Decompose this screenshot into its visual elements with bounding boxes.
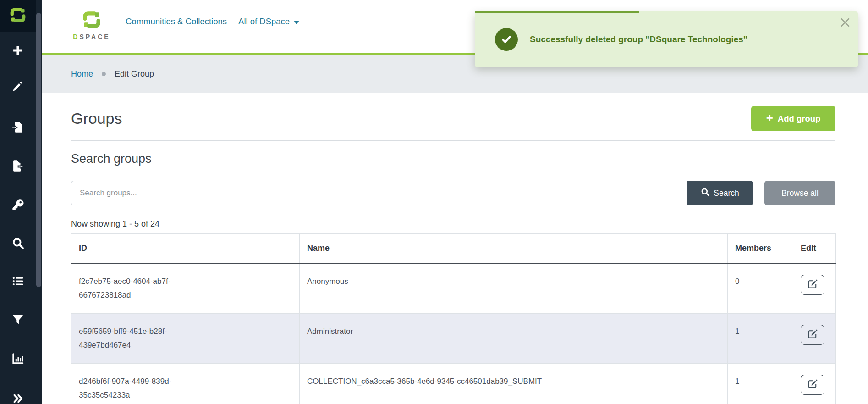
- group-id-cell: f2c7eb75-aec0-4604-ab7f-6676723818ad: [71, 263, 300, 314]
- divider: [71, 174, 835, 174]
- browse-all-button[interactable]: Browse all: [764, 181, 835, 205]
- search-icon[interactable]: [11, 237, 24, 249]
- brand-wordmark: DSPACE: [71, 33, 112, 40]
- dspace-logo-icon: [9, 6, 27, 26]
- group-members-cell: 0: [728, 263, 793, 314]
- add-group-button[interactable]: + Add group: [751, 106, 835, 131]
- edit-group-button[interactable]: [801, 325, 824, 345]
- search-button[interactable]: Search: [687, 181, 753, 205]
- breadcrumb-current: Edit Group: [115, 69, 154, 79]
- breadcrumb-separator: [102, 72, 106, 76]
- export-file-icon[interactable]: [11, 160, 24, 172]
- success-toast: Successfully deleted group "DSquare Tech…: [475, 11, 858, 67]
- group-id-cell: e59f5659-bff9-451e-b28f-439e7bd467e4: [71, 314, 300, 364]
- main-content: Groups + Add group Search groups Search …: [42, 93, 868, 404]
- col-header-id: ID: [71, 234, 300, 264]
- import-file-icon[interactable]: [11, 121, 24, 133]
- group-edit-cell: [793, 263, 836, 314]
- toast-progress-bar: [475, 11, 639, 13]
- col-header-members: Members: [728, 234, 793, 264]
- divider: [71, 140, 835, 141]
- edit-pencil-icon[interactable]: [11, 81, 24, 94]
- group-id-cell: d246bf6f-907a-4499-839d-35c35c54233a: [71, 364, 300, 404]
- group-name-cell: Administrator: [300, 314, 728, 364]
- pen-square-icon: [808, 329, 818, 341]
- table-row: e59f5659-bff9-451e-b28f-439e7bd467e4 Adm…: [71, 314, 836, 364]
- admin-sidebar: [0, 0, 42, 404]
- group-edit-cell: [793, 364, 836, 404]
- plus-icon: +: [766, 112, 773, 124]
- col-header-name: Name: [300, 234, 728, 264]
- edit-group-button[interactable]: [801, 375, 824, 395]
- search-groups-heading: Search groups: [71, 152, 835, 166]
- pen-square-icon: [808, 279, 818, 291]
- expand-chevrons-icon[interactable]: [11, 392, 24, 404]
- nav-all-of-dspace[interactable]: All of DSpace: [238, 17, 299, 27]
- breadcrumb-home-link[interactable]: Home: [71, 69, 93, 79]
- group-edit-cell: [793, 314, 836, 364]
- table-row: d246bf6f-907a-4499-839d-35c35c54233a COL…: [71, 364, 836, 404]
- nav-communities-collections[interactable]: Communities & Collections: [126, 17, 227, 27]
- group-name-cell: Anonymous: [300, 263, 728, 314]
- dspace-brand[interactable]: DSPACE: [71, 9, 112, 40]
- page-title: Groups: [71, 110, 122, 127]
- group-members-cell: 1: [728, 314, 793, 364]
- key-icon[interactable]: [11, 199, 24, 211]
- close-icon[interactable]: [840, 17, 851, 28]
- sidebar-scrollbar-thumb[interactable]: [36, 13, 41, 287]
- add-icon[interactable]: [11, 44, 24, 57]
- pen-square-icon: [808, 379, 818, 391]
- table-row: f2c7eb75-aec0-4604-ab7f-6676723818ad Ano…: [71, 263, 836, 314]
- sidebar-logo-tile[interactable]: [0, 0, 36, 32]
- col-header-edit: Edit: [793, 234, 836, 264]
- result-count-text: Now showing 1 - 5 of 24: [71, 219, 835, 229]
- top-navigation: Communities & Collections All of DSpace: [126, 17, 299, 27]
- filter-icon[interactable]: [11, 314, 24, 327]
- success-check-icon: [495, 28, 518, 51]
- groups-table: ID Name Members Edit f2c7eb75-aec0-4604-…: [71, 233, 836, 404]
- list-icon[interactable]: [11, 275, 24, 288]
- toast-message: Successfully deleted group "DSquare Tech…: [530, 34, 747, 44]
- edit-group-button[interactable]: [801, 275, 824, 295]
- group-members-cell: 1: [728, 364, 793, 404]
- dspace-logo-icon: [81, 24, 102, 32]
- magnifier-icon: [701, 188, 709, 199]
- search-groups-input[interactable]: [71, 181, 687, 205]
- bar-chart-icon[interactable]: [11, 352, 24, 365]
- group-name-cell: COLLECTION_c6a3cca5-365b-4e6d-9345-cc465…: [300, 364, 728, 404]
- chevron-down-icon: [294, 17, 299, 27]
